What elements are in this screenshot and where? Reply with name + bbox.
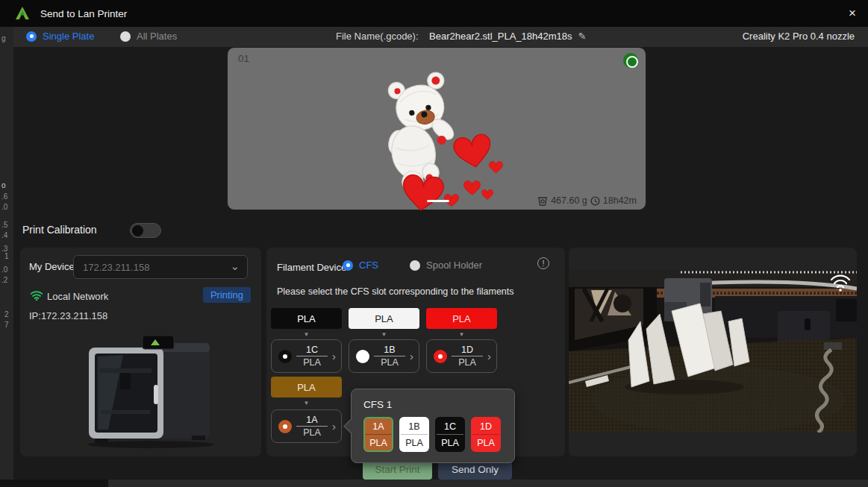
radio-selected-icon[interactable] [26, 31, 37, 42]
cfs-popup-title: CFS 1 [363, 399, 392, 410]
background-bottom-strip [0, 480, 868, 487]
filament-color-swatch [356, 350, 369, 363]
slot-material: PLA [365, 435, 392, 450]
edit-filename-icon[interactable]: ✎ [578, 31, 587, 42]
slot-selector-3[interactable]: 1D PLA › [426, 339, 497, 373]
filament-weight-icon [537, 196, 548, 206]
background-bottom-dark-box [0, 480, 108, 487]
slot-id: 1A [296, 415, 328, 427]
filament-device-label: Filament Device [277, 262, 346, 273]
all-plates-option[interactable]: All Plates [120, 31, 177, 42]
time-value: 18h42m [603, 195, 637, 206]
radio-unselected-icon[interactable] [410, 260, 420, 271]
caret-down-icon: ▼ [349, 331, 419, 338]
bg-fragment: .0 [1, 203, 7, 211]
slot-material: PLA [452, 356, 483, 368]
caret-down-icon: ▼ [271, 331, 342, 338]
radio-selected-icon[interactable] [343, 260, 353, 271]
spool-holder-option[interactable]: Spool Holder [410, 260, 482, 271]
slot-id: 1D [472, 418, 499, 435]
device-ip-label: IP:172.23.211.158 [29, 310, 107, 321]
slot-id: 1C [437, 418, 463, 435]
all-plates-label: All Plates [137, 31, 177, 42]
chevron-right-icon: › [332, 350, 336, 362]
caret-down-icon: ▼ [271, 400, 342, 406]
file-name-text: Bear2hear2.stl_PLA_18h42m18s [429, 31, 572, 42]
radio-unselected-icon[interactable] [120, 31, 131, 42]
bg-fragment: g [1, 34, 6, 43]
cfs-slot-1A[interactable]: 1A PLA [363, 417, 393, 452]
bg-fragment: .6 [1, 192, 7, 201]
slot-id: 1C [296, 345, 328, 356]
single-plate-label: Single Plate [43, 31, 94, 42]
cfs-slot-popup: CFS 1 1A PLA 1B PLA 1C PLA 1D PLA [351, 389, 515, 463]
camera-panel [569, 248, 857, 456]
spool-holder-label: Spool Holder [426, 260, 482, 271]
slot-id: 1B [374, 345, 405, 356]
info-icon[interactable]: ! [537, 257, 549, 269]
cfs-slot-1C[interactable]: 1C PLA [435, 417, 465, 452]
slot-material: PLA [472, 435, 499, 450]
slot-id: 1A [365, 418, 392, 435]
creality-logo-icon [15, 6, 30, 21]
weight-value: 467.60 g [551, 195, 587, 206]
chevron-right-icon: › [487, 350, 491, 362]
slot-selector-1[interactable]: 1C PLA › [271, 339, 342, 373]
slot-assignment: 1C PLA [296, 345, 328, 368]
carousel-indicator[interactable] [427, 200, 449, 202]
filament-color-swatch [278, 420, 292, 433]
background-app-strip: g o .6 .0 .5 .4 .3 1 .0 .2 2 7 [0, 27, 13, 487]
file-name-value: Bear2hear2.stl_PLA_18h42m18s ✎ [429, 31, 586, 42]
slot-id: 1D [452, 345, 483, 356]
my-device-panel: My Device 172.23.211.158 ⌄ Local Network… [20, 248, 261, 456]
plate-preview: 01 467.60 g 18h42m [227, 47, 646, 210]
my-device-label: My Device [29, 261, 75, 272]
toggle-knob [132, 225, 143, 236]
bg-fragment: .5 [1, 221, 7, 229]
device-dropdown[interactable]: 172.23.211.158 ⌄ [73, 255, 248, 279]
single-plate-option[interactable]: Single Plate [26, 31, 94, 42]
camera-feed-image [569, 269, 857, 433]
chevron-right-icon: › [332, 420, 336, 433]
print-calibration-toggle[interactable] [130, 223, 161, 238]
filament-color-swatch [434, 350, 447, 363]
model-preview-image [228, 48, 647, 211]
wifi-icon [30, 290, 43, 301]
cfs-slot-1D[interactable]: 1D PLA [471, 417, 501, 452]
cfs-slot-1B[interactable]: 1B PLA [399, 417, 429, 452]
cfs-option[interactable]: CFS [343, 260, 378, 271]
time-icon [590, 196, 600, 206]
slot-selector-2[interactable]: 1B PLA › [349, 339, 419, 373]
plate-number: 01 [238, 53, 249, 64]
caret-down-icon: ▼ [426, 331, 497, 338]
printer-profile-label: Creality K2 Pro 0.4 nozzle [743, 31, 855, 42]
bg-fragment: 7 [4, 321, 9, 329]
chevron-down-icon: ⌄ [230, 260, 240, 273]
network-label: Local Network [47, 291, 108, 302]
cfs-hint-text: Please select the CFS slot corresponding… [277, 286, 514, 297]
bg-fragment: 2 [4, 310, 9, 318]
filament-chip-4: PLA [271, 377, 342, 398]
printer-image [80, 336, 222, 449]
bg-fragment: .4 [1, 231, 7, 239]
close-icon[interactable]: × [844, 5, 861, 22]
bg-fragment: .2 [1, 276, 7, 284]
slot-assignment: 1A PLA [296, 415, 328, 438]
filament-chip-2: PLA [349, 308, 419, 329]
slot-assignment: 1B PLA [374, 345, 405, 368]
slot-material: PLA [374, 356, 405, 368]
bg-fragment: .0 [1, 266, 7, 274]
slot-selector-4[interactable]: 1A PLA › [271, 409, 342, 443]
chevron-right-icon: › [410, 350, 413, 362]
filament-chip-1: PLA [271, 308, 342, 329]
slot-material: PLA [401, 435, 428, 450]
filament-chip-3: PLA [426, 308, 497, 329]
print-stats: 467.60 g 18h42m [537, 195, 637, 206]
slot-material: PLA [296, 356, 328, 368]
filament-color-swatch [278, 350, 292, 363]
printing-status-badge: Printing [203, 287, 251, 303]
device-dropdown-value: 172.23.211.158 [83, 262, 149, 273]
slot-material: PLA [437, 435, 463, 450]
bg-fragment: o [1, 181, 6, 189]
title-bar: Send to Lan Printer [0, 0, 868, 27]
